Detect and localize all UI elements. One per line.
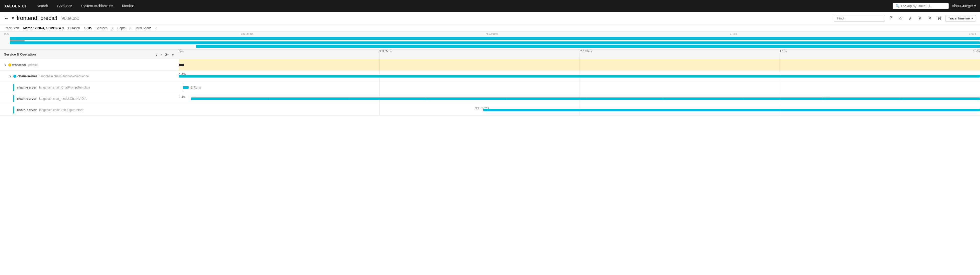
down-button[interactable]: ∨ (916, 14, 924, 22)
header-tick-0: 0μs (179, 50, 183, 53)
expand-one-btn[interactable]: › (160, 52, 163, 57)
header-tick-2: 766.69ms (579, 50, 592, 53)
timeline-scale: 0μs 383.35ms 766.69ms 1.15s 1.53s (0, 32, 980, 36)
overview-bars (0, 36, 980, 50)
service-bar-chatprompt (13, 84, 14, 91)
span-op-chatnvidia: langchain.chat_model.ChatNVIDIA (39, 97, 86, 101)
prev-match-icon[interactable]: ◇ (897, 14, 904, 22)
about-jaeger-menu[interactable]: About Jaeger ▾ (952, 4, 976, 8)
label-services: Services (95, 26, 107, 30)
back-button[interactable]: ← (4, 15, 9, 21)
span-op-chatprompttemplate: langchain.chain.ChatPromptTemplate (39, 86, 90, 89)
divider-3 (780, 50, 780, 59)
trace-duration: 1.53s (84, 26, 91, 30)
trace-meta: Trace Start March 12 2024, 15:09:56.489 … (0, 25, 980, 32)
trace-header: ← ▾ frontend: predict 908e0b0 ? ◇ ∧ ∨ ✕ … (0, 12, 980, 25)
span-left-frontend: ∨ frontend predict (0, 59, 179, 70)
service-dot-chain (13, 75, 16, 78)
label-duration: Duration (68, 26, 80, 30)
main-content: Service & Operation ∨ › ≫ » 0μs 383.35ms… (0, 50, 980, 116)
span-right-chatprompttemplate: 2.71ms (179, 82, 980, 93)
keyboard-shortcut-icon[interactable]: ⌘ (935, 14, 943, 22)
collapse-all-btn[interactable]: ∨ (154, 52, 159, 57)
tick-2: 766.69ms (485, 32, 498, 35)
expand-frontend[interactable]: ∨ (3, 63, 7, 67)
label-depth: Depth (117, 26, 126, 30)
trace-header-controls: ? ◇ ∧ ∨ ✕ ⌘ Trace Timeline ▾ (834, 14, 976, 22)
spans-header-left: Service & Operation ∨ › ≫ » (0, 52, 179, 57)
span-op-stroutputparser: langchain.chain.StrOutputParser (39, 108, 83, 112)
nav-search[interactable]: Search (32, 0, 52, 12)
nav-system-architecture[interactable]: System Architecture (76, 0, 118, 12)
trace-lookup-box[interactable]: 🔍 (892, 3, 949, 9)
overview-bar-2 (10, 42, 980, 44)
navbar: JAEGER UI Search Compare System Architec… (0, 0, 980, 12)
help-button[interactable]: ? (887, 14, 895, 22)
trace-id: 908e0b0 (61, 16, 79, 21)
brand-logo: JAEGER UI (4, 4, 26, 8)
nav-compare[interactable]: Compare (52, 0, 77, 12)
span-row-stroutputparser[interactable]: chain-server langchain.chain.StrOutputPa… (0, 104, 980, 116)
span-row-chatnvidia[interactable]: chain-server langchain.chat_model.ChatNV… (0, 93, 980, 104)
span-op-frontend: predict (29, 63, 38, 67)
trace-services: 2 (111, 26, 113, 30)
spans-header-right: 0μs 383.35ms 766.69ms 1.15s 1.53s (179, 50, 980, 59)
collapse-button[interactable]: ▾ (12, 15, 14, 21)
find-input[interactable] (834, 15, 885, 22)
nav-monitor[interactable]: Monitor (118, 0, 139, 12)
trace-start-date: March 12 2024, 15:09:56.489 (23, 26, 64, 30)
trace-operation: predict (40, 15, 57, 21)
trace-depth: 3 (130, 26, 131, 30)
span-right-runnablesequence: 1.43s (179, 70, 980, 82)
span-service-stroutput: chain-server (17, 108, 37, 112)
service-bar-nvidia (13, 95, 14, 102)
frontend-bg (179, 59, 980, 70)
spans-header: Service & Operation ∨ › ≫ » 0μs 383.35ms… (0, 50, 980, 59)
span-service-chain: chain-server (18, 74, 37, 78)
tick-4: 1.53s (969, 32, 976, 35)
overview-bar-3 (196, 45, 980, 48)
duration-chatnvidia: 1.4s (179, 95, 185, 99)
duration-chatprompttemplate: 2.71ms (191, 86, 201, 89)
tick-1: 383.35ms (241, 32, 253, 35)
span-row-runnablesequence[interactable]: ∨ chain-server langchain.chain.RunnableS… (0, 70, 980, 82)
header-tick-1: 383.35ms (379, 50, 391, 53)
tick-0: 0μs (4, 32, 9, 35)
trace-service: frontend: (17, 15, 39, 21)
service-operation-label: Service & Operation (4, 53, 36, 56)
span-service-chatprompt: chain-server (17, 85, 37, 89)
divider-2 (579, 50, 580, 59)
span-row-frontend-predict[interactable]: ∨ frontend predict (0, 59, 980, 70)
span-row-chatprompttemplate[interactable]: chain-server langchain.chain.ChatPromptT… (0, 82, 980, 93)
frontend-bar-start (179, 64, 184, 66)
span-left-chatnvidia: chain-server langchain.chat_model.ChatNV… (0, 93, 179, 104)
navbar-right: 🔍 About Jaeger ▾ (892, 3, 976, 9)
trace-service-operation: frontend: predict 908e0b0 (17, 15, 79, 21)
overview-bar-1 (10, 37, 980, 40)
span-right-stroutputparser: 935.17ms (179, 104, 980, 115)
nav-menu: Search Compare System Architecture Monit… (32, 0, 892, 12)
expand-all-btn[interactable]: » (171, 52, 175, 57)
span-service-nvidia: chain-server (17, 97, 37, 101)
view-label: Trace Timeline (948, 16, 970, 20)
view-chevron: ▾ (971, 16, 973, 20)
span-op-runnablesequence: langchain.chain.RunnableSequence (40, 74, 89, 78)
up-button[interactable]: ∧ (907, 14, 914, 22)
view-selector[interactable]: Trace Timeline ▾ (945, 15, 976, 22)
span-right-chatnvidia: 1.4s (179, 93, 980, 104)
collapse-children-btn[interactable]: ≫ (164, 52, 170, 57)
nvidia-bar (191, 98, 980, 100)
span-left-runnablesequence: ∨ chain-server langchain.chain.RunnableS… (0, 70, 179, 82)
service-dot-frontend (8, 64, 11, 67)
search-icon: 🔍 (896, 4, 899, 8)
service-bar-stroutput (13, 106, 14, 114)
collapse-controls: ∨ › ≫ » (154, 52, 175, 57)
chain-bar-teal (179, 75, 980, 78)
timeline-overview: 0μs 383.35ms 766.69ms 1.15s 1.53s (0, 32, 980, 50)
trace-id-input[interactable] (901, 4, 946, 8)
span-right-frontend (179, 59, 980, 70)
label-total-spans: Total Spans (135, 26, 151, 30)
tick-marks-container (191, 98, 980, 100)
expand-chain[interactable]: ∨ (8, 74, 12, 78)
close-button[interactable]: ✕ (926, 14, 934, 22)
